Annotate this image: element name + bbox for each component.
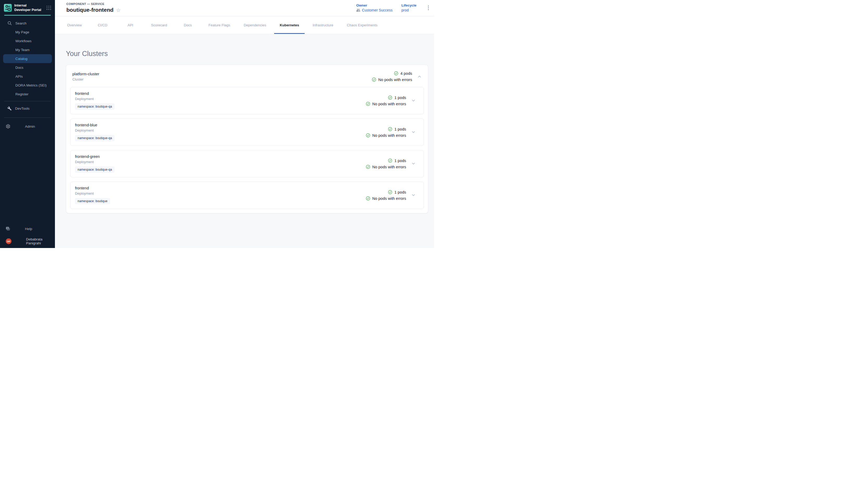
tab-api[interactable]: API xyxy=(118,16,143,34)
sidebar-item-label: Help xyxy=(25,227,32,231)
sidebar-item-help[interactable]: ? Help xyxy=(0,224,55,233)
sidebar-divider xyxy=(4,118,51,118)
chevron-down-icon[interactable] xyxy=(410,160,417,167)
workload-kind: Deployment xyxy=(75,160,115,164)
tab-dependencies[interactable]: Dependencies xyxy=(238,16,272,34)
entity-tabbar: Overview CI/CD API Scorecard Docs Featur… xyxy=(55,16,434,34)
check-circle-icon xyxy=(366,102,370,106)
sidebar-item-admin[interactable]: Admin xyxy=(0,122,55,131)
breadcrumb: COMPONENT — SERVICE xyxy=(66,2,121,5)
tab-cicd[interactable]: CI/CD xyxy=(90,16,115,34)
lifecycle-group: Lifecycle prod xyxy=(401,3,417,12)
favorite-star-icon[interactable]: ☆ xyxy=(116,7,121,13)
sidebar-user[interactable]: DP Debabrata Panigrahi xyxy=(0,237,55,246)
page-title: boutique-frontend xyxy=(66,7,113,13)
workload-card: frontend Deployment namespace: boutique-… xyxy=(70,87,424,114)
check-circle-icon xyxy=(366,165,370,169)
tab-overview[interactable]: Overview xyxy=(62,16,87,34)
tab-infrastructure[interactable]: Infrastructure xyxy=(307,16,339,34)
kubernetes-content: Your Clusters platform-cluster Cluster xyxy=(55,34,434,248)
help-chat-icon: ? xyxy=(6,227,11,231)
owner-link[interactable]: Customer Success xyxy=(356,8,392,12)
check-circle-icon xyxy=(388,95,392,100)
clusters-heading: Your Clusters xyxy=(66,50,434,58)
workload-pods-count: 1 pods xyxy=(395,127,406,131)
cluster-panel: platform-cluster Cluster 4 pods xyxy=(66,65,428,213)
sidebar-item-devtools[interactable]: DevTools xyxy=(3,104,52,113)
chevron-down-icon[interactable] xyxy=(410,192,417,199)
lifecycle-value: prod xyxy=(401,8,417,12)
tab-docs[interactable]: Docs xyxy=(175,16,200,34)
user-name: Debabrata Panigrahi xyxy=(26,237,55,245)
tab-scorecard[interactable]: Scorecard xyxy=(146,16,173,34)
sidebar-item-docs[interactable]: Docs xyxy=(3,63,52,72)
workload-name: frontend xyxy=(75,186,110,190)
workload-kind: Deployment xyxy=(75,97,115,101)
sidebar-item-label: Search xyxy=(15,21,27,25)
sidebar-item-apis[interactable]: APIs xyxy=(3,72,52,81)
sidebar-item-label: DORA Metrics (SEI) xyxy=(15,83,47,87)
sidebar-item-label: APIs xyxy=(15,75,23,78)
app-logo xyxy=(4,4,12,12)
sidebar-item-search[interactable]: Search xyxy=(3,19,52,28)
tab-kubernetes[interactable]: Kubernetes xyxy=(274,16,304,34)
main-area: COMPONENT — SERVICE boutique-frontend ☆ … xyxy=(55,0,434,248)
chevron-down-icon[interactable] xyxy=(410,129,417,136)
check-circle-icon xyxy=(366,196,370,201)
kebab-menu-icon[interactable] xyxy=(427,3,431,12)
sidebar-item-label: DevTools xyxy=(15,107,30,110)
check-circle-icon xyxy=(388,127,392,131)
workload-kind: Deployment xyxy=(75,191,110,196)
tab-feature-flags[interactable]: Feature Flags xyxy=(203,16,236,34)
workload-name: frontend-blue xyxy=(75,123,115,127)
workload-pods-count: 1 pods xyxy=(395,158,406,163)
sidebar-item-label: Workflows xyxy=(15,39,32,43)
owner-group: Owner Customer Success xyxy=(356,3,392,12)
entity-header: COMPONENT — SERVICE boutique-frontend ☆ … xyxy=(55,0,434,16)
workload-card: frontend-green Deployment namespace: bou… xyxy=(70,150,424,177)
cluster-kind: Cluster xyxy=(73,77,99,81)
app-title: Internal Developer Portal xyxy=(14,3,44,12)
workload-pods-count: 1 pods xyxy=(395,190,406,194)
namespace-chip: namespace: boutique-qa xyxy=(75,104,115,110)
sidebar-item-dora-metrics[interactable]: DORA Metrics (SEI) xyxy=(3,81,52,90)
check-circle-icon xyxy=(366,133,370,138)
gear-icon xyxy=(6,124,11,129)
tab-chaos-experiments[interactable]: Chaos Experiments xyxy=(341,16,383,34)
check-circle-icon xyxy=(394,71,398,76)
workload-pods-count: 1 pods xyxy=(395,95,406,100)
workload-errors-status: No pods with errors xyxy=(372,196,406,201)
sidebar-header: Internal Developer Portal xyxy=(0,0,55,15)
cluster-header-row: platform-cluster Cluster 4 pods xyxy=(66,65,428,87)
entity-header-left: COMPONENT — SERVICE boutique-frontend ☆ xyxy=(66,2,121,13)
sidebar-item-catalog[interactable]: Catalog xyxy=(3,54,52,63)
people-icon xyxy=(356,8,360,12)
namespace-chip: namespace: boutique-qa xyxy=(75,135,115,141)
cluster-name: platform-cluster xyxy=(73,72,99,76)
sidebar-item-label: Register xyxy=(15,92,28,96)
sidebar-item-workflows[interactable]: Workflows xyxy=(3,36,52,45)
lifecycle-label: Lifecycle xyxy=(401,3,417,7)
chevron-up-icon[interactable] xyxy=(416,73,423,80)
workload-errors-status: No pods with errors xyxy=(372,165,406,169)
sidebar-item-my-page[interactable]: My Page xyxy=(3,28,52,36)
sidebar-nav: Search My Page Workflows My Team Catalog… xyxy=(0,18,55,131)
sidebar-item-label: My Team xyxy=(15,48,30,52)
sidebar-item-label: Admin xyxy=(25,125,35,128)
cluster-pods-count: 4 pods xyxy=(400,71,412,76)
app-switcher-grid-icon[interactable] xyxy=(46,5,52,11)
app-window: Internal Developer Portal Search My Page… xyxy=(0,0,434,248)
sidebar-item-my-team[interactable]: My Team xyxy=(3,45,52,54)
owner-label: Owner xyxy=(356,3,392,7)
sidebar-item-register[interactable]: Register xyxy=(3,90,52,98)
workload-errors-status: No pods with errors xyxy=(372,133,406,138)
sidebar-accent-divider xyxy=(4,15,51,16)
check-circle-icon xyxy=(388,158,392,163)
workload-name: frontend xyxy=(75,91,115,96)
workload-name: frontend-green xyxy=(75,154,115,159)
cluster-errors-status: No pods with errors xyxy=(378,77,412,82)
workload-kind: Deployment xyxy=(75,128,115,132)
sidebar-bottom: ? Help DP Debabrata Panigrahi xyxy=(0,224,55,248)
chevron-down-icon[interactable] xyxy=(410,97,417,104)
namespace-chip: namespace: boutique-qa xyxy=(75,167,115,173)
